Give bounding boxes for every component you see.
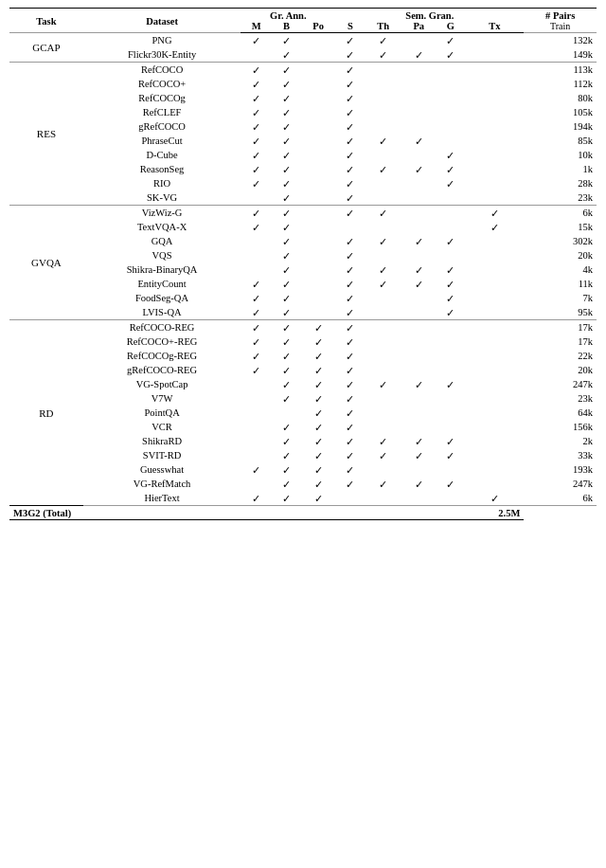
cell-s: ✓	[335, 234, 365, 248]
cell-po	[301, 291, 335, 305]
cell-m: ✓	[241, 162, 272, 176]
cell-m: ✓	[241, 63, 272, 78]
cell-pa	[401, 206, 436, 221]
cell-po: ✓	[301, 391, 335, 406]
cell-th	[365, 291, 401, 305]
dataset-name: VG-SpotCap	[83, 377, 241, 391]
cell-b: ✓	[272, 77, 301, 91]
train-pairs: 22k	[524, 349, 597, 363]
cell-g	[436, 119, 465, 134]
train-pairs: 149k	[524, 47, 597, 63]
cell-pa	[401, 305, 436, 320]
cell-b: ✓	[272, 162, 301, 176]
train-pairs: 20k	[524, 363, 597, 377]
cell-th	[365, 220, 401, 234]
cell-m: ✓	[241, 220, 272, 234]
cell-s: ✓	[335, 134, 365, 148]
cell-th	[365, 420, 401, 434]
cell-g	[436, 190, 465, 206]
cell-m: ✓	[241, 119, 272, 134]
total-train: 2.5M	[465, 506, 524, 520]
table-row: HierText✓✓✓✓6k	[9, 491, 597, 506]
cell-po	[301, 105, 335, 119]
cell-b: ✓	[272, 134, 301, 148]
cell-tx	[465, 477, 524, 491]
cell-s: ✓	[335, 91, 365, 105]
cell-po	[301, 162, 335, 176]
cell-m	[241, 190, 272, 206]
col-s: S	[335, 21, 365, 33]
cell-s: ✓	[335, 190, 365, 206]
cell-tx	[465, 190, 524, 206]
cell-th: ✓	[365, 234, 401, 248]
cell-th	[365, 190, 401, 206]
col-gr-ann: Gr. Ann.	[241, 9, 335, 21]
cell-s: ✓	[335, 33, 365, 48]
cell-s: ✓	[335, 420, 365, 434]
cell-pa	[401, 363, 436, 377]
cell-s: ✓	[335, 291, 365, 305]
cell-s: ✓	[335, 377, 365, 391]
cell-tx: ✓	[465, 206, 524, 221]
cell-tx: ✓	[465, 491, 524, 506]
cell-tx	[465, 176, 524, 190]
cell-g	[436, 220, 465, 234]
cell-b: ✓	[272, 434, 301, 448]
cell-b: ✓	[272, 206, 301, 221]
cell-th: ✓	[365, 448, 401, 462]
col-th: Th	[365, 21, 401, 33]
cell-pa	[401, 33, 436, 48]
train-pairs: 28k	[524, 176, 597, 190]
cell-s: ✓	[335, 77, 365, 91]
dataset-name: HierText	[83, 491, 241, 506]
cell-tx	[465, 320, 524, 335]
cell-pa	[401, 119, 436, 134]
dataset-name: GQA	[83, 234, 241, 248]
cell-tx	[465, 63, 524, 78]
table-row: RefCOCO+✓✓✓112k	[9, 77, 597, 91]
cell-g: ✓	[436, 33, 465, 48]
cell-po	[301, 234, 335, 248]
table-row: Flickr30K-Entity✓✓✓✓✓149k	[9, 47, 597, 63]
cell-pa	[401, 220, 436, 234]
cell-pa	[401, 148, 436, 162]
cell-tx	[465, 119, 524, 134]
cell-po	[301, 134, 335, 148]
cell-s: ✓	[335, 119, 365, 134]
cell-tx: ✓	[465, 220, 524, 234]
dataset-name: RefCOCOg-REG	[83, 349, 241, 363]
table-row: ReasonSeg✓✓✓✓✓✓1k	[9, 162, 597, 176]
cell-po: ✓	[301, 406, 335, 420]
train-pairs: 6k	[524, 206, 597, 221]
cell-m: ✓	[241, 91, 272, 105]
cell-po	[301, 206, 335, 221]
dataset-name: ShikraRD	[83, 434, 241, 448]
cell-m: ✓	[241, 363, 272, 377]
cell-po: ✓	[301, 462, 335, 477]
cell-s: ✓	[335, 176, 365, 190]
cell-b: ✓	[272, 33, 301, 48]
cell-th: ✓	[365, 377, 401, 391]
cell-b: ✓	[272, 262, 301, 277]
cell-tx	[465, 105, 524, 119]
cell-th	[365, 305, 401, 320]
table-container: Task Dataset Gr. Ann. Sem. Gran. # Pairs…	[0, 0, 606, 537]
dataset-name: FoodSeg-QA	[83, 291, 241, 305]
cell-tx	[465, 462, 524, 477]
cell-g: ✓	[436, 448, 465, 462]
train-pairs: 95k	[524, 305, 597, 320]
cell-po: ✓	[301, 363, 335, 377]
cell-th	[365, 148, 401, 162]
dataset-name: D-Cube	[83, 148, 241, 162]
cell-s	[335, 220, 365, 234]
cell-po: ✓	[301, 491, 335, 506]
cell-m: ✓	[241, 33, 272, 48]
cell-b: ✓	[272, 248, 301, 262]
table-row: LVIS-QA✓✓✓✓95k	[9, 305, 597, 320]
dataset-name: PointQA	[83, 406, 241, 420]
cell-s: ✓	[335, 434, 365, 448]
train-pairs: 6k	[524, 491, 597, 506]
cell-th	[365, 119, 401, 134]
task-label: GVQA	[9, 206, 83, 320]
cell-th: ✓	[365, 262, 401, 277]
